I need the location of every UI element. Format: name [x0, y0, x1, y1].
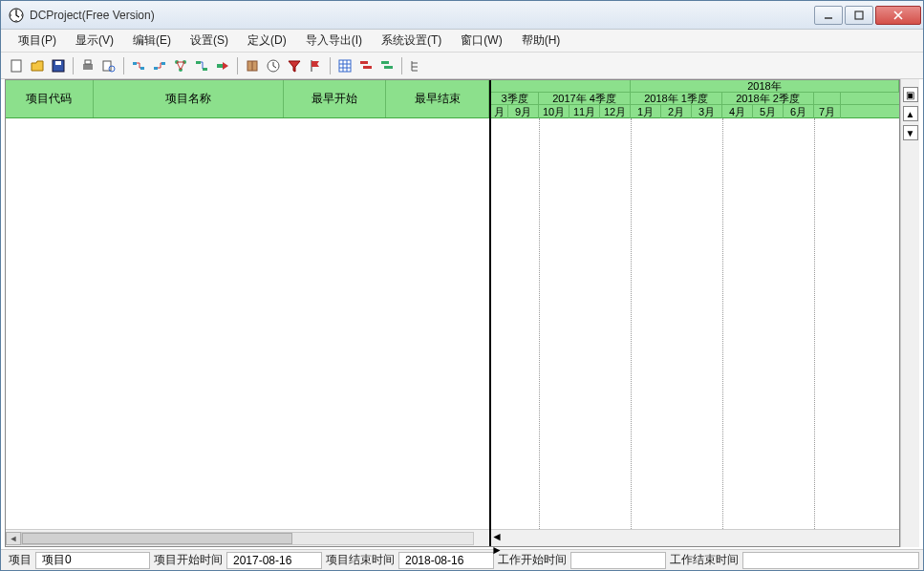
month-cell: 9月	[508, 105, 539, 118]
column-header-2[interactable]: 最早开始	[284, 80, 387, 117]
toolbar-separator	[237, 57, 238, 74]
svg-rect-8	[103, 61, 111, 71]
scroll-track[interactable]	[21, 532, 474, 545]
svg-rect-24	[339, 60, 351, 72]
menubar: 项目(P)显示(V)编辑(E)设置(S)定义(D)导入导出(I)系统设置(T)窗…	[1, 30, 923, 53]
menu-item-6[interactable]: 系统设置(T)	[372, 30, 451, 52]
gantt-red-icon[interactable]	[356, 56, 376, 75]
menu-item-7[interactable]: 窗口(W)	[451, 30, 511, 52]
activity-icon[interactable]	[192, 56, 211, 75]
flag-icon[interactable]	[306, 56, 325, 75]
svg-rect-10	[133, 62, 137, 65]
open-icon[interactable]	[28, 56, 47, 75]
toolbar-separator	[123, 57, 124, 74]
print-icon[interactable]	[78, 56, 97, 75]
side-up-button[interactable]: ▲	[903, 106, 918, 121]
month-cell: 12月	[600, 105, 631, 118]
gantt-green-icon[interactable]	[377, 56, 397, 75]
link1-icon[interactable]	[129, 56, 148, 75]
menu-item-0[interactable]: 项目(P)	[9, 30, 66, 52]
menu-item-1[interactable]: 显示(V)	[66, 30, 123, 52]
year-cell-2018: 2018年	[631, 80, 899, 92]
svg-rect-29	[360, 61, 368, 64]
svg-rect-31	[381, 61, 389, 64]
gantt-hscrollbar[interactable]: ◄ ►	[491, 529, 899, 546]
svg-rect-30	[363, 66, 372, 69]
table-hscrollbar[interactable]: ◄ ►	[6, 529, 489, 546]
month-cell: 10月	[539, 105, 569, 118]
column-header-0[interactable]: 项目代码	[6, 80, 94, 117]
svg-rect-18	[203, 68, 207, 71]
side-down-button[interactable]: ▼	[903, 125, 918, 140]
link2-icon[interactable]	[150, 56, 169, 75]
menu-item-4[interactable]: 定义(D)	[238, 30, 296, 52]
timeline-quarter-row: 3季度2017年 4季度2018年 1季度2018年 2季度	[491, 93, 899, 105]
svg-rect-3	[11, 60, 21, 72]
month-cell: 3月	[692, 105, 722, 118]
column-header-3[interactable]: 最早结束	[386, 80, 489, 117]
preview-icon[interactable]	[99, 56, 118, 75]
table-body[interactable]	[6, 118, 489, 529]
column-header-1[interactable]: 项目名称	[94, 80, 284, 117]
month-cell: 2月	[661, 105, 692, 118]
arrow-right-icon[interactable]	[213, 56, 232, 75]
menu-item-8[interactable]: 帮助(H)	[512, 30, 570, 52]
tree-icon[interactable]	[407, 56, 426, 75]
book-icon[interactable]	[243, 56, 262, 75]
status-project-label: 项目	[5, 552, 35, 568]
gantt-body[interactable]	[491, 118, 899, 529]
quarter-cell-4	[814, 93, 841, 104]
side-toolbar: ▣ ▲ ▼	[900, 79, 919, 547]
save-icon[interactable]	[49, 56, 68, 75]
app-icon	[9, 8, 24, 23]
svg-rect-13	[161, 62, 165, 65]
svg-rect-2	[855, 11, 863, 19]
grid-icon[interactable]	[335, 56, 355, 75]
quarter-cell-3: 2018年 2季度	[722, 93, 814, 104]
titlebar: DCProject(Free Version)	[1, 1, 923, 30]
table-header: 项目代码项目名称最早开始最早结束	[6, 80, 489, 118]
menu-item-2[interactable]: 编辑(E)	[123, 30, 181, 52]
gridline	[814, 118, 815, 529]
clock-icon[interactable]	[264, 56, 283, 75]
year-cell-2017	[491, 80, 631, 92]
scroll-right-icon[interactable]: ►	[491, 543, 899, 557]
status-end-label: 项目结束时间	[322, 552, 398, 568]
window-title: DCProject(Free Version)	[30, 9, 812, 22]
menu-item-5[interactable]: 导入导出(I)	[296, 30, 372, 52]
month-cell: 7月	[814, 105, 841, 118]
split-panes: 项目代码项目名称最早开始最早结束 ◄ ► 2018年 3季度2017年 4季度2…	[5, 79, 900, 547]
status-end-value: 2018-08-16	[398, 552, 494, 569]
table-pane: 项目代码项目名称最早开始最早结束 ◄ ►	[6, 80, 491, 546]
maximize-button[interactable]	[845, 6, 873, 25]
side-collapse-button[interactable]: ▣	[903, 87, 918, 102]
month-cell: 6月	[784, 105, 814, 118]
menu-item-3[interactable]: 设置(S)	[181, 30, 238, 52]
month-cell: 月	[491, 105, 508, 118]
toolbar-separator	[401, 57, 402, 74]
toolbar	[1, 53, 923, 79]
gridline	[539, 118, 540, 529]
month-cell: 11月	[569, 105, 600, 118]
content-area: 项目代码项目名称最早开始最早结束 ◄ ► 2018年 3季度2017年 4季度2…	[1, 79, 923, 549]
network-icon[interactable]	[171, 56, 190, 75]
svg-rect-6	[83, 64, 93, 70]
minimize-button[interactable]	[814, 6, 843, 25]
timeline-header: 2018年 3季度2017年 4季度2018年 1季度2018年 2季度 月9月…	[491, 80, 899, 118]
close-button[interactable]	[875, 6, 921, 25]
svg-rect-17	[196, 61, 201, 64]
svg-rect-7	[85, 60, 91, 64]
svg-rect-11	[140, 67, 144, 70]
app-window: DCProject(Free Version) 项目(P)显示(V)编辑(E)设…	[0, 0, 924, 571]
svg-rect-32	[384, 66, 393, 69]
month-cell: 5月	[753, 105, 784, 118]
filter-icon[interactable]	[285, 56, 304, 75]
status-start-label: 项目开始时间	[150, 552, 226, 568]
gridline	[631, 118, 632, 529]
scroll-track[interactable]	[506, 532, 884, 545]
scroll-left-icon[interactable]: ◄	[6, 532, 21, 545]
scroll-thumb[interactable]	[22, 533, 292, 544]
status-project-value: 项目0	[35, 552, 150, 569]
new-icon[interactable]	[7, 56, 26, 75]
quarter-cell-2: 2018年 1季度	[631, 93, 722, 104]
